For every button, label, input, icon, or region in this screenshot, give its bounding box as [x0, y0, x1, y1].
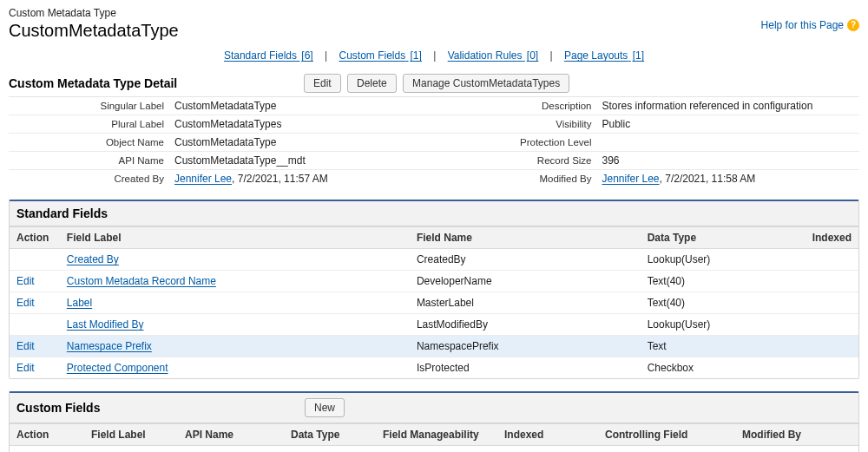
standard-fields-table: Action Field Label Field Name Data Type …: [10, 226, 858, 378]
table-row: EditLabelMasterLabelText(40): [10, 292, 858, 314]
anchor-page-layouts[interactable]: Page Layouts [1]: [564, 49, 644, 62]
detail-section-title: Custom Metadata Type Detail: [9, 76, 304, 90]
label-singular: Singular Label: [9, 97, 169, 115]
field-name: IsProtected: [410, 357, 641, 379]
col-api-name: API Name: [178, 424, 284, 446]
table-row: Created ByCreatedByLookup(User): [10, 249, 858, 271]
manage-button[interactable]: Manage CustomMetadataTypes: [403, 74, 569, 93]
label-visibility: Visibility: [432, 115, 597, 133]
modified-by: Jennifer Lee, 7/2/2021, 11:59 AM: [735, 446, 858, 453]
label-modified-by: Modified By: [432, 170, 597, 187]
col-field-label: Field Label: [84, 424, 178, 446]
field-label-link[interactable]: Label: [67, 297, 92, 309]
value-record-size: 396: [597, 152, 860, 169]
label-api-name: API Name: [9, 152, 169, 169]
standard-fields-title: Standard Fields: [16, 206, 305, 220]
data-type: Checkbox: [641, 357, 806, 379]
label-object-name: Object Name: [9, 134, 169, 151]
col-indexed: Indexed: [497, 424, 598, 446]
new-field-button[interactable]: New: [305, 398, 345, 417]
col-controlling: Controlling Field: [598, 424, 735, 446]
table-row: EditCustom Metadata Record NameDeveloper…: [10, 271, 858, 292]
controlling: [598, 446, 735, 453]
custom-fields-table: Action Field Label API Name Data Type Fi…: [10, 423, 858, 452]
field-name: CreatedBy: [410, 249, 641, 271]
field-label-link[interactable]: Created By: [67, 253, 119, 265]
col-action: Action: [10, 227, 60, 249]
edit-link[interactable]: Edit: [16, 340, 35, 352]
label-created-by: Created By: [9, 170, 169, 187]
edit-link[interactable]: Edit: [16, 362, 35, 374]
value-created-by: Jennifer Lee, 7/2/2021, 11:57 AM: [169, 170, 432, 187]
field-name: NamespacePrefix: [410, 336, 641, 357]
field-name: DeveloperName: [410, 271, 641, 292]
value-description: Stores information referenced in configu…: [597, 97, 860, 115]
value-object-name: CustomMetadataType: [169, 134, 432, 151]
edit-link[interactable]: Edit: [16, 275, 35, 287]
field-name: MasterLabel: [410, 292, 641, 314]
edit-button[interactable]: Edit: [304, 74, 341, 93]
anchor-validation-rules[interactable]: Validation Rules [0]: [448, 49, 539, 62]
field-label-link[interactable]: Namespace Prefix: [67, 340, 152, 352]
table-row: Edit|DelTextText__cText(255)UpgradableJe…: [10, 446, 858, 453]
col-field-name: Field Name: [410, 227, 641, 249]
anchor-custom-fields[interactable]: Custom Fields [1]: [339, 49, 421, 62]
value-visibility: Public: [597, 115, 860, 133]
help-text: Help for this Page: [761, 19, 844, 31]
value-singular: CustomMetadataType: [169, 97, 432, 115]
edit-link[interactable]: Edit: [16, 297, 35, 309]
value-protection: [597, 134, 860, 151]
api-name: Text__c: [178, 446, 284, 453]
col-field-label: Field Label: [60, 227, 410, 249]
custom-fields-title: Custom Fields: [16, 401, 305, 415]
page-title: CustomMetadataType: [9, 21, 179, 41]
delete-button[interactable]: Delete: [347, 74, 397, 93]
field-name: LastModifiedBy: [410, 314, 641, 336]
custom-fields-block: Custom Fields New Action Field Label API…: [9, 391, 859, 452]
data-type: Lookup(User): [641, 249, 806, 271]
field-label-link[interactable]: Last Modified By: [67, 318, 144, 331]
modified-by-link[interactable]: Jennifer Lee: [602, 173, 660, 185]
field-label-link[interactable]: Protected Component: [67, 362, 168, 374]
label-protection: Protection Level: [432, 134, 597, 151]
value-api-name: CustomMetadataType__mdt: [169, 152, 432, 169]
col-data-type: Data Type: [284, 424, 376, 446]
data-type: Text: [641, 336, 806, 357]
indexed: [497, 446, 598, 453]
col-data-type: Data Type: [641, 227, 806, 249]
label-plural: Plural Label: [9, 115, 169, 133]
data-type: Text(255): [284, 446, 376, 453]
created-by-link[interactable]: Jennifer Lee: [174, 173, 232, 185]
data-type: Lookup(User): [641, 314, 806, 336]
table-row: EditProtected ComponentIsProtectedCheckb…: [10, 357, 858, 379]
label-record-size: Record Size: [432, 152, 597, 169]
field-label-link[interactable]: Custom Metadata Record Name: [67, 275, 216, 287]
data-type: Text(40): [641, 292, 806, 314]
table-row: EditNamespace PrefixNamespacePrefixText: [10, 336, 858, 357]
col-indexed: Indexed: [806, 227, 858, 249]
detail-block: Singular Label CustomMetadataType Descri…: [9, 96, 859, 187]
col-action: Action: [10, 424, 84, 446]
value-plural: CustomMetadataTypes: [169, 115, 432, 133]
col-field-mgmt: Field Manageability: [376, 424, 497, 446]
field-mgmt: Upgradable: [376, 446, 497, 453]
help-icon: ?: [847, 19, 859, 31]
col-modified-by: Modified By: [735, 424, 858, 446]
anchor-standard-fields[interactable]: Standard Fields [6]: [224, 49, 313, 62]
data-type: Text(40): [641, 271, 806, 292]
standard-fields-block: Standard Fields Action Field Label Field…: [9, 200, 859, 379]
value-modified-by: Jennifer Lee, 7/2/2021, 11:58 AM: [597, 170, 860, 187]
table-row: Last Modified ByLastModifiedByLookup(Use…: [10, 314, 858, 336]
label-description: Description: [432, 97, 597, 115]
help-link[interactable]: Help for this Page ?: [761, 9, 859, 41]
anchor-links: Standard Fields [6] | Custom Fields [1] …: [9, 49, 859, 62]
page-pretitle: Custom Metadata Type: [9, 7, 179, 19]
